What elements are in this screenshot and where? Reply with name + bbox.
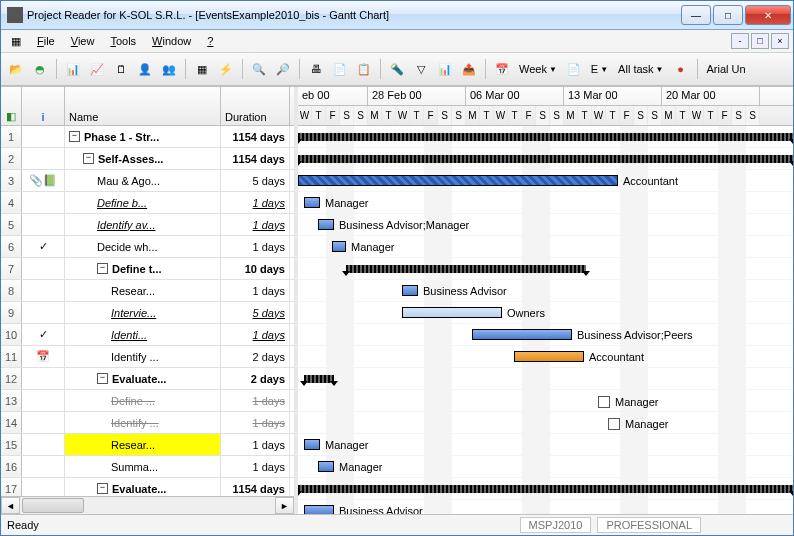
day-header[interactable]: F — [424, 106, 438, 125]
day-header[interactable]: S — [438, 106, 452, 125]
col-num[interactable]: ◧ — [1, 87, 22, 125]
print-icon[interactable]: 🖶 — [305, 58, 327, 80]
name-cell[interactable]: Identify av... — [65, 214, 221, 235]
name-cell[interactable]: Define b... — [65, 192, 221, 213]
gantt-bar[interactable] — [346, 265, 586, 273]
table-row[interactable]: 15Resear...1 days — [1, 434, 294, 456]
gantt-row[interactable]: Manager — [298, 412, 793, 434]
menu-tools[interactable]: Tools — [104, 33, 142, 49]
gantt-row[interactable]: Business Advisor;Peers — [298, 324, 793, 346]
name-cell[interactable]: −Evaluate... — [65, 478, 221, 496]
row-number[interactable]: 15 — [1, 434, 22, 455]
font-dropdown[interactable]: Arial Un — [703, 59, 750, 79]
name-cell[interactable]: Decide wh... — [65, 236, 221, 257]
gantt-bar[interactable]: Owners — [402, 307, 502, 318]
gantt-row[interactable]: Manager — [298, 456, 793, 478]
name-cell[interactable]: −Evaluate... — [65, 368, 221, 389]
maximize-button[interactable]: □ — [713, 5, 743, 25]
gantt-row[interactable]: Accountant — [298, 346, 793, 368]
gantt-bar[interactable] — [304, 375, 334, 383]
gantt-bar[interactable]: Manager — [304, 439, 320, 450]
gantt-bar[interactable]: Business Advisor;Peers — [472, 329, 572, 340]
record-icon[interactable]: ● — [670, 58, 692, 80]
day-header[interactable]: T — [606, 106, 620, 125]
table-row[interactable]: 14Identify ...1 days — [1, 412, 294, 434]
open-icon[interactable]: 📂 — [5, 58, 27, 80]
row-number[interactable]: 10 — [1, 324, 22, 345]
gantt-row[interactable]: Manager — [298, 192, 793, 214]
gantt-row[interactable]: Business Advisor;Manager — [298, 214, 793, 236]
day-header[interactable]: F — [620, 106, 634, 125]
gantt-icon[interactable]: 📊 — [62, 58, 84, 80]
filter-icon[interactable]: ▽ — [410, 58, 432, 80]
doc-icon[interactable]: 📄 — [563, 58, 585, 80]
day-header[interactable]: W — [592, 106, 606, 125]
day-header[interactable]: S — [550, 106, 564, 125]
left-hscroll[interactable]: ◄ ► — [1, 496, 294, 514]
row-number[interactable]: 16 — [1, 456, 22, 477]
gantt-body[interactable]: AccountantManagerBusiness Advisor;Manage… — [298, 126, 793, 514]
gantt-row[interactable]: Owners — [298, 302, 793, 324]
day-header[interactable]: S — [732, 106, 746, 125]
cloud-icon[interactable]: ◓ — [29, 58, 51, 80]
gantt-row[interactable]: Business Advisor — [298, 280, 793, 302]
table-row[interactable]: 13Define ...1 days — [1, 390, 294, 412]
day-header[interactable]: M — [564, 106, 578, 125]
find-icon[interactable]: 🔦 — [386, 58, 408, 80]
calendar-icon[interactable]: 📅 — [491, 58, 513, 80]
gantt-bar[interactable]: Business Advisor — [304, 505, 334, 514]
day-header[interactable]: W — [298, 106, 312, 125]
scroll-thumb[interactable] — [22, 498, 84, 513]
gantt-row[interactable] — [298, 148, 793, 170]
table-row[interactable]: 6✓Decide wh...1 days — [1, 236, 294, 258]
col-indicator[interactable]: i — [22, 87, 65, 125]
gantt-row[interactable] — [298, 258, 793, 280]
gantt-bar[interactable]: Manager — [304, 197, 320, 208]
gantt-bar[interactable] — [298, 133, 793, 141]
day-header[interactable]: S — [536, 106, 550, 125]
gantt-bar[interactable]: Accountant — [514, 351, 584, 362]
day-header[interactable]: T — [704, 106, 718, 125]
scroll-left-icon[interactable]: ◄ — [1, 497, 20, 514]
day-header[interactable]: F — [718, 106, 732, 125]
task-usage-icon[interactable]: 🗒 — [110, 58, 132, 80]
day-header[interactable]: T — [382, 106, 396, 125]
day-header[interactable]: S — [452, 106, 466, 125]
name-cell[interactable]: Mau & Ago... — [65, 170, 221, 191]
name-cell[interactable]: Resear... — [65, 280, 221, 301]
week-header[interactable]: 13 Mar 00 — [564, 87, 662, 105]
resource-usage-icon[interactable]: 👤 — [134, 58, 156, 80]
col-name[interactable]: Name — [65, 87, 221, 125]
table-row[interactable]: 12−Evaluate...2 days — [1, 368, 294, 390]
table-row[interactable]: 3📎📗Mau & Ago...5 days — [1, 170, 294, 192]
row-number[interactable]: 1 — [1, 126, 22, 147]
day-header[interactable]: T — [578, 106, 592, 125]
gantt-bar[interactable] — [298, 155, 793, 163]
tracking-icon[interactable]: 📈 — [86, 58, 108, 80]
table-icon[interactable]: ▦ — [191, 58, 213, 80]
table-row[interactable]: 4Define b...1 days — [1, 192, 294, 214]
week-header[interactable]: 06 Mar 00 — [466, 87, 564, 105]
day-header[interactable]: F — [326, 106, 340, 125]
name-cell[interactable]: Identify ... — [65, 346, 221, 367]
day-header[interactable]: S — [746, 106, 760, 125]
scroll-right-icon[interactable]: ► — [275, 497, 294, 514]
menu-window[interactable]: Window — [146, 33, 197, 49]
day-header[interactable]: S — [340, 106, 354, 125]
row-number[interactable]: 7 — [1, 258, 22, 279]
gantt-bar[interactable]: Accountant — [298, 175, 618, 186]
day-header[interactable]: T — [676, 106, 690, 125]
zoom-out-icon[interactable]: 🔎 — [272, 58, 294, 80]
week-header[interactable]: 20 Mar 00 — [662, 87, 760, 105]
day-header[interactable]: M — [466, 106, 480, 125]
milestone[interactable]: Manager — [598, 396, 610, 408]
table-row[interactable]: 11📅Identify ...2 days — [1, 346, 294, 368]
row-number[interactable]: 12 — [1, 368, 22, 389]
milestone[interactable]: Manager — [608, 418, 620, 430]
copy-icon[interactable]: 📋 — [353, 58, 375, 80]
resource-sheet-icon[interactable]: 👥 — [158, 58, 180, 80]
e-dropdown[interactable]: E▼ — [587, 59, 612, 79]
gantt-row[interactable]: Business Advisor — [298, 500, 793, 514]
alltask-dropdown[interactable]: All task▼ — [614, 59, 667, 79]
flash-icon[interactable]: ⚡ — [215, 58, 237, 80]
